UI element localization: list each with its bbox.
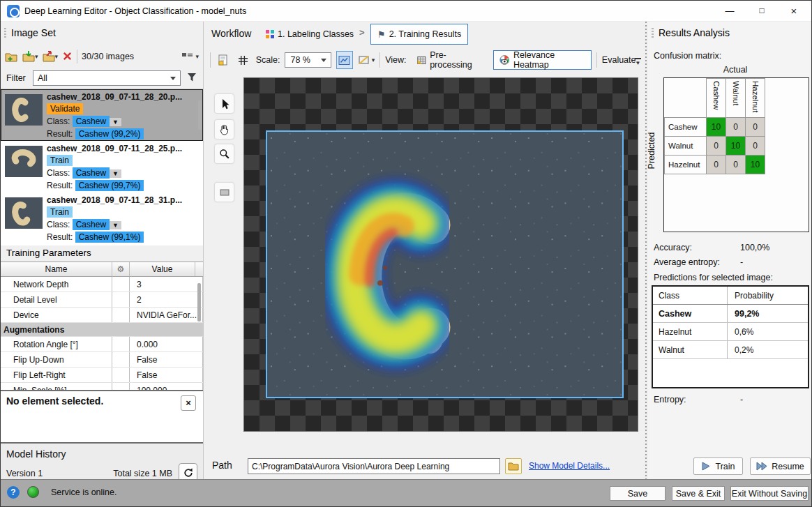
training-parameters-table: Name ⚙ Value Network Depth 3 Detail Leve…: [1, 262, 203, 390]
train-label: Train: [715, 462, 735, 471]
panel-grip: [4, 28, 6, 39]
filter-funnel-icon[interactable]: [186, 72, 197, 85]
class-dropdown-icon[interactable]: ▼: [110, 118, 121, 126]
region-tool-button[interactable]: [214, 182, 234, 202]
param-value[interactable]: False: [130, 352, 203, 367]
table-row[interactable]: Network Depth 3: [1, 277, 203, 292]
image-thumbnail: [5, 197, 43, 229]
minimize-button[interactable]: —: [715, 1, 744, 22]
results-analysis-title: Results Analysis: [659, 27, 730, 38]
close-button[interactable]: ×: [779, 1, 809, 22]
tab-training-results[interactable]: ⚑ 2. Training Results: [370, 24, 468, 45]
column-value: Value: [130, 262, 195, 276]
matrix-col-header: Hazelnut: [746, 79, 765, 118]
column-name: Name: [1, 262, 112, 276]
rectangle-icon: [219, 188, 230, 197]
zoom-to-fit-button[interactable]: [336, 51, 353, 69]
image-canvas[interactable]: [243, 77, 638, 432]
heatmap-label: Relevance Heatmap: [513, 50, 585, 70]
list-view-options-button[interactable]: ▾: [181, 52, 199, 61]
import-images-button[interactable]: ▾: [22, 51, 38, 62]
fit-view-button[interactable]: [236, 51, 251, 69]
close-selection-button[interactable]: ×: [181, 395, 196, 411]
list-item[interactable]: cashew_2018_09_07-11_28_25.p... Train Cl…: [1, 141, 203, 192]
filter-combobox[interactable]: All: [33, 70, 181, 86]
resume-button[interactable]: Resume: [750, 457, 811, 475]
prediction-row[interactable]: Walnut 0,2%: [653, 341, 808, 359]
import-folder-icon: [22, 51, 35, 62]
title-bar[interactable]: Deep Learning Editor - Object Classifica…: [1, 1, 811, 22]
save-exit-button[interactable]: Save & Exit: [672, 486, 725, 501]
param-value[interactable]: False: [130, 368, 203, 382]
matrix-row-header: Cashew: [665, 118, 707, 137]
class-value-badge[interactable]: Cashew: [73, 116, 110, 127]
table-row[interactable]: Flip Up-Down False: [1, 352, 203, 368]
list-scrollbar[interactable]: [198, 100, 202, 130]
deep-learning-editor-window: Deep Learning Editor - Object Classifica…: [0, 0, 812, 507]
delete-image-button[interactable]: [62, 51, 73, 61]
fast-forward-icon: [756, 462, 767, 471]
export-images-button[interactable]: ▾: [43, 51, 59, 62]
play-icon: [701, 462, 711, 471]
table-row[interactable]: Min. Scale [%] 100.000: [1, 383, 203, 390]
list-item[interactable]: cashew_2018_09_07-11_28_31.p... Train Cl…: [1, 192, 203, 244]
magnifier-icon: [219, 149, 230, 160]
image-thumbnail: [5, 94, 43, 126]
relevance-heatmap-toggle[interactable]: Relevance Heatmap: [493, 50, 591, 70]
accuracy-label: Accuracy:: [654, 243, 692, 252]
gear-icon[interactable]: ⚙: [112, 262, 130, 276]
train-button[interactable]: Train: [693, 457, 743, 475]
param-value[interactable]: 100.000: [130, 383, 203, 390]
table-row[interactable]: Rotation Angle [°] 0.000: [1, 337, 203, 352]
add-images-button[interactable]: [5, 51, 18, 62]
preprocessing-toggle[interactable]: Pre-processing: [412, 50, 489, 70]
avg-entropy-value: -: [740, 257, 743, 267]
pan-tool-button[interactable]: [214, 119, 234, 139]
model-path-input[interactable]: [248, 458, 500, 474]
param-value[interactable]: 2: [130, 292, 203, 307]
param-name: Flip Left-Right: [1, 368, 112, 382]
no-roi-icon: [358, 54, 370, 66]
class-value-badge[interactable]: Cashew: [73, 167, 110, 179]
avg-entropy-label: Average entropy:: [654, 257, 720, 267]
class-value-badge[interactable]: Cashew: [73, 219, 110, 230]
tab-labeling-classes[interactable]: 1. Labeling Classes: [262, 25, 358, 43]
prediction-row[interactable]: Cashew 99,2%: [653, 305, 808, 323]
browse-folder-button[interactable]: [505, 458, 522, 474]
matrix-cell: 10: [746, 156, 765, 174]
report-button[interactable]: [216, 51, 231, 69]
param-value[interactable]: 0.000: [130, 337, 203, 351]
scale-combobox[interactable]: 78 %: [285, 52, 331, 68]
table-scrollbar[interactable]: [197, 283, 201, 321]
zoom-tool-button[interactable]: [214, 144, 234, 164]
maximize-button[interactable]: □: [747, 1, 776, 22]
class-dropdown-icon[interactable]: ▼: [110, 169, 121, 178]
prediction-probability: 99,2%: [728, 309, 808, 319]
evaluate-label: Evaluate:: [602, 55, 638, 65]
list-item[interactable]: cashew_2018_09_07-11_28_20.p... Validate…: [1, 89, 203, 141]
param-value[interactable]: 3: [130, 277, 203, 292]
roi-off-button[interactable]: ▾: [358, 54, 375, 66]
table-row[interactable]: Flip Left-Right False: [1, 368, 203, 383]
exit-without-saving-button[interactable]: Exit Without Saving: [730, 486, 809, 501]
save-button[interactable]: Save: [610, 486, 666, 501]
window-title: Deep Learning Editor - Object Classifica…: [24, 1, 246, 22]
heatmap-image[interactable]: [266, 130, 624, 398]
toolbar-overflow-button[interactable]: ▾: [635, 58, 641, 66]
table-row[interactable]: Device NVIDIA GeFor...: [1, 308, 203, 323]
image-list: cashew_2018_09_07-11_28_20.p... Validate…: [1, 89, 203, 245]
param-value[interactable]: NVIDIA GeFor...: [130, 308, 203, 322]
result-label: Result:: [47, 181, 73, 190]
show-model-details-link[interactable]: Show Model Details...: [529, 461, 610, 471]
help-icon[interactable]: ?: [7, 486, 20, 499]
relevance-heatmap-icon: [499, 54, 510, 66]
class-dropdown-icon[interactable]: ▼: [110, 221, 121, 229]
image-count: 30/30 images: [82, 52, 134, 61]
table-row[interactable]: Detail Level 2: [1, 292, 203, 308]
pointer-tool-button[interactable]: [214, 93, 234, 114]
labeling-classes-icon: [266, 30, 274, 38]
service-status-icon: [27, 486, 39, 498]
prediction-row[interactable]: Hazelnut 0,6%: [653, 323, 808, 341]
model-version: Version 1: [6, 469, 43, 478]
filter-row: Filter All: [1, 68, 203, 89]
